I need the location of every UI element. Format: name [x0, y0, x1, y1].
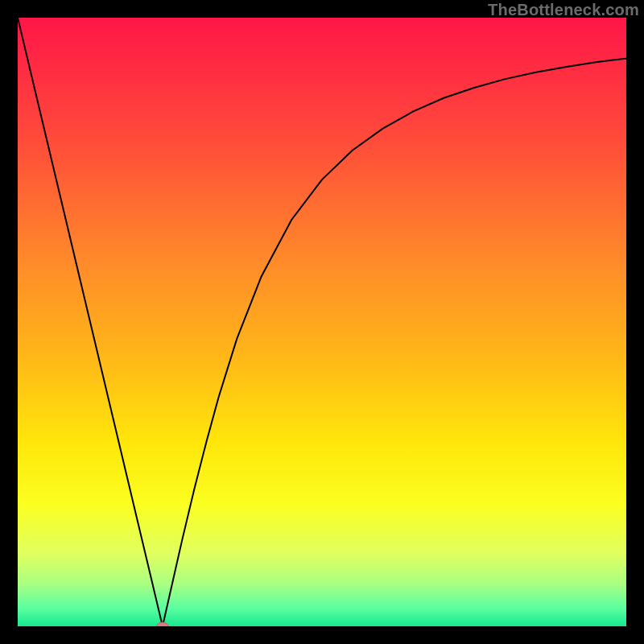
chart-frame: TheBottleneck.com — [0, 0, 644, 644]
bottleneck-chart — [18, 18, 626, 626]
watermark-text: TheBottleneck.com — [488, 1, 639, 19]
gradient-background — [18, 18, 626, 626]
